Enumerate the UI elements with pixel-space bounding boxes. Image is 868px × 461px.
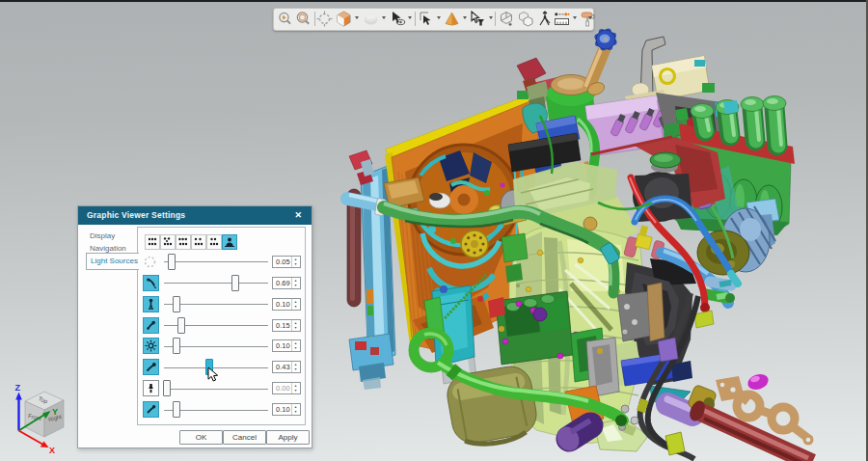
svg-text:X: X <box>49 446 55 455</box>
svg-text:Z: Z <box>15 383 21 393</box>
svg-text:Y: Y <box>52 407 58 417</box>
